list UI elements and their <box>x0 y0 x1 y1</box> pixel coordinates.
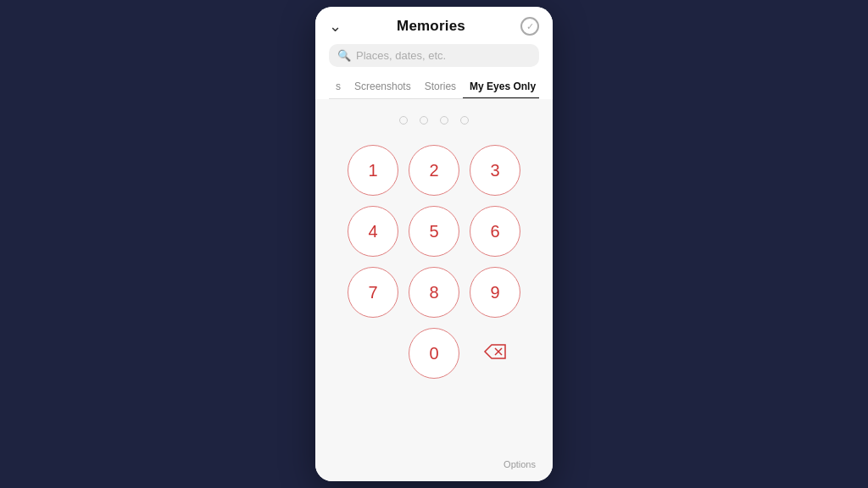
header-top: ⌄ Memories ✓ <box>329 17 539 36</box>
pin-dot-1 <box>399 116 408 125</box>
key-5[interactable]: 5 <box>409 206 459 257</box>
pin-dot-3 <box>440 116 448 125</box>
search-bar[interactable]: 🔍 Places, dates, etc. <box>329 44 539 67</box>
key-3[interactable]: 3 <box>470 145 520 196</box>
key-4[interactable]: 4 <box>348 206 398 257</box>
key-9[interactable]: 9 <box>470 267 520 318</box>
page-title: Memories <box>397 18 465 35</box>
keypad: 1 2 3 4 5 6 7 8 9 0 <box>348 145 520 379</box>
backspace-button[interactable] <box>470 328 520 379</box>
key-2[interactable]: 2 <box>409 145 459 196</box>
pin-dots <box>399 116 469 125</box>
check-icon[interactable]: ✓ <box>520 17 539 36</box>
key-0[interactable]: 0 <box>409 328 459 379</box>
tab-screenshots[interactable]: Screenshots <box>348 75 418 99</box>
phone-container: ⌄ Memories ✓ 🔍 Places, dates, etc. s Scr… <box>315 7 553 481</box>
pin-dot-2 <box>420 116 428 125</box>
tab-snaps[interactable]: s <box>329 75 348 99</box>
backspace-icon <box>483 343 507 364</box>
key-8[interactable]: 8 <box>409 267 459 318</box>
options-label[interactable]: Options <box>504 459 544 473</box>
tabs: s Screenshots Stories My Eyes Only <box>329 75 539 99</box>
key-7[interactable]: 7 <box>348 267 398 318</box>
tab-eyes-only[interactable]: My Eyes Only <box>463 75 539 99</box>
content-area: 1 2 3 4 5 6 7 8 9 0 Options <box>315 99 553 481</box>
tab-stories[interactable]: Stories <box>418 75 463 99</box>
search-icon: 🔍 <box>337 49 351 62</box>
key-1[interactable]: 1 <box>348 145 398 196</box>
pin-dot-4 <box>460 116 469 125</box>
chevron-down-icon[interactable]: ⌄ <box>329 17 342 36</box>
search-placeholder: Places, dates, etc. <box>356 49 446 62</box>
header: ⌄ Memories ✓ 🔍 Places, dates, etc. s Scr… <box>315 7 553 99</box>
key-6[interactable]: 6 <box>470 206 520 257</box>
